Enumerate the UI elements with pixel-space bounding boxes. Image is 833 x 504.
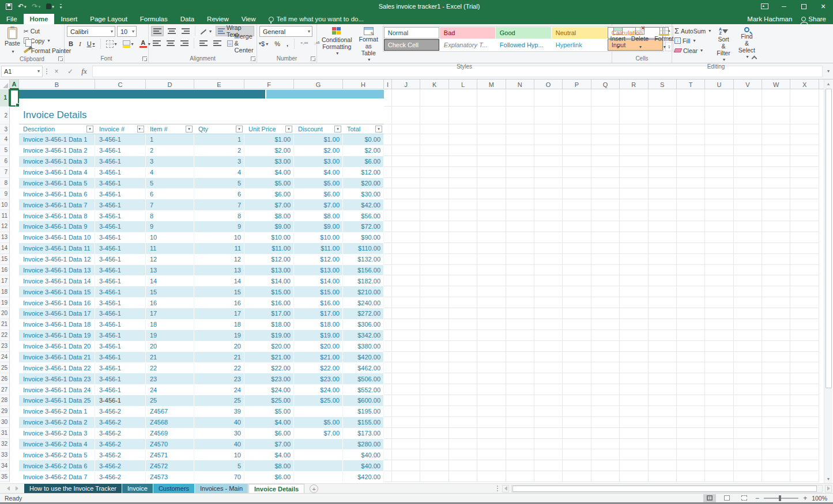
cell-G16[interactable]: $13.00 — [294, 265, 343, 276]
cell-O8[interactable] — [534, 178, 563, 189]
cell-A18[interactable] — [10, 286, 19, 297]
cell-C29[interactable]: 3-456-2 — [95, 406, 146, 417]
cell-N15[interactable] — [506, 254, 534, 265]
cell-V35[interactable] — [734, 471, 762, 482]
row-header-34[interactable]: 34 — [0, 460, 10, 471]
cell-E9[interactable]: 6 — [194, 188, 244, 199]
font-dialog-launcher-icon[interactable] — [142, 56, 147, 61]
cell-T35[interactable] — [677, 471, 705, 482]
cell-V13[interactable] — [734, 232, 762, 243]
cell-R21[interactable] — [620, 319, 648, 330]
cell-L14[interactable] — [449, 243, 477, 254]
cell-X1[interactable] — [790, 89, 819, 107]
cell-D15[interactable]: 12 — [146, 254, 194, 265]
cell-N26[interactable] — [506, 373, 534, 384]
cell-A35[interactable] — [10, 471, 19, 482]
cell-T13[interactable] — [677, 232, 705, 243]
cell-M25[interactable] — [477, 362, 506, 373]
format-as-table-button[interactable]: Format as Table — [357, 26, 380, 63]
cell-C23[interactable]: 3-456-1 — [95, 341, 146, 352]
cell-F21[interactable]: $18.00 — [244, 319, 294, 330]
zoom-slider-thumb[interactable] — [779, 495, 781, 501]
cell-A28[interactable] — [10, 395, 19, 406]
row-header-15[interactable]: 15 — [0, 254, 10, 265]
cell-A21[interactable] — [10, 319, 19, 330]
row-header-18[interactable]: 18 — [0, 286, 10, 297]
cell-X12[interactable] — [790, 221, 819, 232]
cell-K8[interactable] — [420, 178, 448, 189]
cell-G23[interactable]: $20.00 — [294, 341, 343, 352]
cell-X18[interactable] — [790, 286, 819, 297]
cell-E25[interactable]: 22 — [194, 362, 244, 373]
cell-C13[interactable]: 3-456-1 — [95, 232, 146, 243]
name-box[interactable]: A1▾ — [1, 66, 43, 77]
cell-J29[interactable] — [392, 406, 420, 417]
cell-T3[interactable] — [677, 124, 705, 134]
cell-T34[interactable] — [677, 460, 705, 471]
cell-D17[interactable]: 14 — [146, 275, 194, 286]
cell-Q20[interactable] — [591, 308, 620, 319]
cell-J6[interactable] — [392, 156, 420, 167]
cell-L19[interactable] — [449, 297, 477, 308]
cell-J8[interactable] — [392, 178, 420, 189]
cell-W15[interactable] — [762, 254, 790, 265]
cell-Q12[interactable] — [591, 221, 620, 232]
paste-dropdown-icon[interactable] — [10, 47, 14, 54]
previous-sheet-icon[interactable] — [7, 486, 10, 491]
cell-A23[interactable] — [10, 341, 19, 352]
cell-D26[interactable]: 23 — [146, 373, 194, 384]
cell-N20[interactable] — [506, 308, 534, 319]
cell-D25[interactable]: 22 — [146, 362, 194, 373]
cell-W17[interactable] — [762, 275, 790, 286]
row-header-22[interactable]: 22 — [0, 330, 10, 341]
cell-T24[interactable] — [677, 352, 705, 363]
cell-N9[interactable] — [506, 188, 534, 199]
cell-Q25[interactable] — [591, 362, 620, 373]
cell-S11[interactable] — [649, 210, 677, 221]
cell-U32[interactable] — [705, 439, 733, 450]
column-header-B[interactable]: B — [19, 79, 95, 89]
cell-M21[interactable] — [477, 319, 506, 330]
cell-N13[interactable] — [506, 232, 534, 243]
cell-G25[interactable]: $22.00 — [294, 362, 343, 373]
cell-Q6[interactable] — [591, 156, 620, 167]
cell-X25[interactable] — [790, 362, 819, 373]
cancel-formula-button[interactable]: × — [51, 66, 62, 77]
cell-D11[interactable]: 8 — [146, 210, 194, 221]
cell-M15[interactable] — [477, 254, 506, 265]
cell-V32[interactable] — [734, 439, 762, 450]
cell-S31[interactable] — [649, 428, 677, 439]
cell-R11[interactable] — [620, 210, 648, 221]
cell-K21[interactable] — [420, 319, 448, 330]
cell-P25[interactable] — [563, 362, 591, 373]
cell-T23[interactable] — [677, 341, 705, 352]
cell-H19[interactable]: $240.00 — [343, 297, 384, 308]
cell-D29[interactable]: Z4567 — [146, 406, 194, 417]
align-left-button[interactable] — [151, 38, 163, 48]
cell-L29[interactable] — [449, 406, 477, 417]
cell-J1[interactable] — [392, 89, 420, 107]
cell-V23[interactable] — [734, 341, 762, 352]
cell-E29[interactable]: 39 — [194, 406, 244, 417]
cell-R23[interactable] — [620, 341, 648, 352]
filter-button-total[interactable]: ▾ — [375, 126, 382, 132]
cell-O17[interactable] — [534, 275, 563, 286]
cell-T1[interactable] — [677, 89, 705, 107]
cell-B27[interactable]: Invoice 3-456-1 Data 24 — [19, 384, 95, 395]
cell-X19[interactable] — [790, 297, 819, 308]
cell-G6[interactable]: $3.00 — [294, 156, 343, 167]
cell-P7[interactable] — [563, 167, 591, 178]
cell-U26[interactable] — [705, 373, 733, 384]
cell-P14[interactable] — [563, 243, 591, 254]
cell-B9[interactable]: Invoice 3-456-1 Data 6 — [19, 188, 95, 199]
align-center-button[interactable] — [165, 38, 176, 48]
cell-N30[interactable] — [506, 417, 534, 428]
cell-L8[interactable] — [449, 178, 477, 189]
cell-T25[interactable] — [677, 362, 705, 373]
cell-K30[interactable] — [420, 417, 448, 428]
cell-L2[interactable] — [449, 107, 477, 124]
cell-D16[interactable]: 13 — [146, 265, 194, 276]
cell-D21[interactable]: 18 — [146, 319, 194, 330]
cell-J32[interactable] — [392, 439, 420, 450]
cell-A9[interactable] — [10, 188, 19, 199]
